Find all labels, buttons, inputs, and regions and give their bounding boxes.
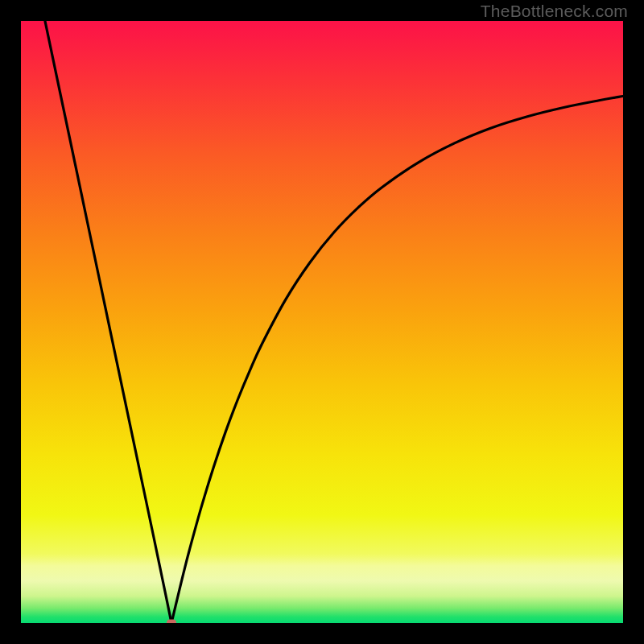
chart-svg [21,21,623,623]
watermark-text: TheBottleneck.com [481,2,628,21]
gradient-background [21,21,623,623]
chart-plot-area [21,21,623,623]
min-point-marker [167,620,176,624]
chart-frame: TheBottleneck.com [0,0,644,644]
